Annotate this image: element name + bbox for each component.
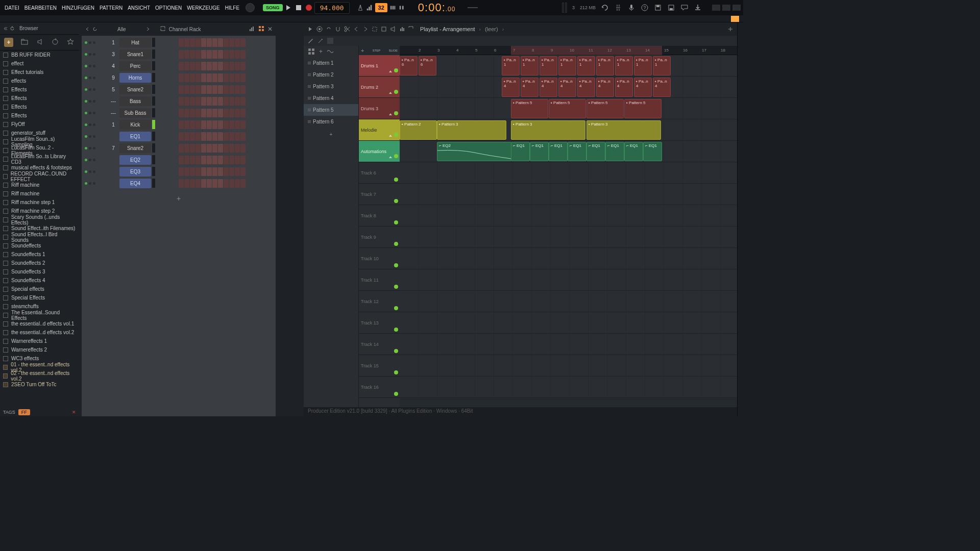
step-cell[interactable] xyxy=(184,179,189,188)
step-cell[interactable] xyxy=(207,38,212,47)
track-mute-led[interactable] xyxy=(394,242,398,246)
step-cell[interactable] xyxy=(240,62,246,70)
step-cell[interactable] xyxy=(190,167,195,176)
step-cell[interactable] xyxy=(224,132,229,141)
pl-select-icon[interactable] xyxy=(380,26,387,33)
step-cell[interactable] xyxy=(229,156,234,164)
channel-led[interactable] xyxy=(85,135,87,138)
track-header[interactable]: Drums 2 xyxy=(359,77,400,98)
pl-sync-icon[interactable] xyxy=(316,26,323,33)
playlist-clip[interactable]: ⌐ EQ1 xyxy=(530,142,549,161)
step-cell[interactable] xyxy=(179,156,184,164)
channel-number[interactable]: 7 xyxy=(108,145,118,151)
step-cell[interactable] xyxy=(212,179,217,188)
channel-name-button[interactable]: Snare1 xyxy=(119,49,151,59)
channel-select-indicator[interactable] xyxy=(152,49,155,59)
step-cell[interactable] xyxy=(173,156,178,164)
browser-item[interactable]: Warnereffects 2 xyxy=(0,345,79,354)
playlist-clip[interactable]: ▪ Pa..n 4 xyxy=(615,78,633,97)
channel-led[interactable] xyxy=(85,170,87,173)
step-cell[interactable] xyxy=(229,167,234,176)
browser-item[interactable]: the essential..d effects vol.2 xyxy=(0,328,79,337)
playlist-clip[interactable]: ▪ Pa..n 4 xyxy=(577,78,595,97)
step-cell[interactable] xyxy=(173,144,178,153)
grid-row[interactable] xyxy=(400,248,737,269)
cr-loop-icon[interactable] xyxy=(160,26,166,33)
step-cell[interactable] xyxy=(167,97,173,106)
menu-options[interactable]: OPTIONEN xyxy=(153,4,184,12)
channel-led[interactable] xyxy=(93,182,95,185)
step-cell[interactable] xyxy=(162,50,167,59)
channel-name-button[interactable]: Bass xyxy=(119,96,151,106)
channel-number[interactable]: 3 xyxy=(108,52,118,57)
step-cell[interactable] xyxy=(218,62,223,70)
step-cell[interactable] xyxy=(207,144,212,153)
step-cell[interactable] xyxy=(184,109,189,117)
step-cell[interactable] xyxy=(235,97,240,106)
cr-graph-icon[interactable] xyxy=(249,26,255,33)
step-cell[interactable] xyxy=(162,97,167,106)
grid-row[interactable] xyxy=(400,269,737,291)
browser-item[interactable]: Riff machine xyxy=(0,181,79,189)
playlist-clip[interactable]: ⌐ EQ1 xyxy=(568,142,586,161)
step-cell[interactable] xyxy=(224,167,229,176)
step-cell[interactable] xyxy=(235,50,240,59)
playlist-clip[interactable]: ⌐ EQ1 xyxy=(605,142,624,161)
step-cell[interactable] xyxy=(229,179,234,188)
step-cell[interactable] xyxy=(218,167,223,176)
step-sequencer[interactable] xyxy=(156,179,246,188)
step-cell[interactable] xyxy=(207,156,212,164)
brush-tool-icon[interactable] xyxy=(317,37,324,44)
step-cell[interactable] xyxy=(229,109,234,117)
channel-number[interactable]: 4 xyxy=(108,63,118,69)
playlist-clip[interactable]: ▪ Pa..n 4 xyxy=(653,78,671,97)
browser-item[interactable]: Riff machine xyxy=(0,189,79,198)
track-header[interactable]: Track 15 xyxy=(359,355,400,377)
pattern-add-icon[interactable]: + xyxy=(319,48,323,55)
channel-select-indicator[interactable] xyxy=(152,143,155,153)
step-cell[interactable] xyxy=(201,132,206,141)
timeline-ruler[interactable]: 23456789101112131415161718 xyxy=(400,46,737,55)
track-options-icon[interactable] xyxy=(388,90,393,96)
grid-row[interactable] xyxy=(400,227,737,248)
step-cell[interactable] xyxy=(167,132,173,141)
step-cell[interactable] xyxy=(184,156,189,164)
track-header[interactable]: Track 14 xyxy=(359,334,400,355)
step-cell[interactable] xyxy=(229,97,234,106)
step-cell[interactable] xyxy=(195,109,201,117)
step-cell[interactable] xyxy=(212,167,217,176)
browser-item[interactable]: Soundeffects 1 xyxy=(0,250,79,259)
track-header[interactable]: Drums 1 xyxy=(359,55,400,77)
step-cell[interactable] xyxy=(207,62,212,70)
playlist-clip[interactable]: ▪ Pattern 3 xyxy=(437,120,506,140)
pl-vol-icon[interactable] xyxy=(389,26,397,33)
step-cell[interactable] xyxy=(156,120,161,129)
browser-item[interactable]: LucasFilm So..ts Library CD3 xyxy=(0,155,79,163)
track-mute-led[interactable] xyxy=(394,349,398,353)
playlist-clip[interactable]: ⌐ EQ2 xyxy=(437,142,511,161)
playlist-clip[interactable]: ▪ Pa..n 4 xyxy=(502,78,520,97)
browser-item[interactable]: Effects xyxy=(0,103,79,111)
step-cell[interactable] xyxy=(218,109,223,117)
channel-led[interactable] xyxy=(93,159,95,161)
step-cell[interactable] xyxy=(156,73,161,82)
menu-pattern[interactable]: PATTERN xyxy=(97,4,125,12)
step-cell[interactable] xyxy=(207,132,212,141)
step-cell[interactable] xyxy=(179,97,184,106)
browser-item[interactable]: effects xyxy=(0,77,79,85)
channel-led[interactable] xyxy=(85,100,87,103)
channel-led[interactable] xyxy=(89,53,91,56)
step-cell[interactable] xyxy=(179,109,184,117)
channel-led[interactable] xyxy=(93,147,95,149)
channel-select-indicator[interactable] xyxy=(152,85,155,94)
step-cell[interactable] xyxy=(167,167,173,176)
tag-close-icon[interactable]: ✕ xyxy=(72,410,76,415)
step-cell[interactable] xyxy=(184,144,189,153)
channel-led[interactable] xyxy=(89,65,91,67)
channel-name-button[interactable]: Snare2 xyxy=(119,143,151,153)
step-cell[interactable] xyxy=(201,73,206,82)
track-mute-led[interactable] xyxy=(394,199,398,203)
step-cell[interactable] xyxy=(184,120,189,129)
channel-led[interactable] xyxy=(89,159,91,161)
channel-name-button[interactable]: EQ3 xyxy=(119,167,151,177)
